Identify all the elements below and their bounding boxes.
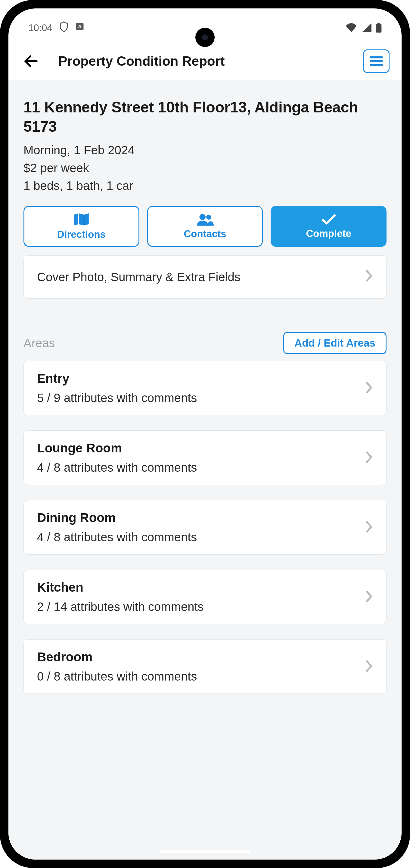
area-list: Entry 5 / 9 attributes with comments Lou…: [24, 361, 386, 694]
area-name: Entry: [37, 371, 197, 386]
back-button[interactable]: [21, 51, 41, 72]
page-title: Property Condition Report: [58, 54, 225, 69]
areas-header: Areas Add / Edit Areas: [24, 332, 386, 354]
arrow-left-icon: [23, 53, 39, 70]
directions-button[interactable]: Directions: [24, 206, 139, 247]
camera-cutout: [195, 28, 215, 47]
status-right: [346, 23, 382, 33]
svg-rect-3: [377, 23, 380, 24]
area-subtitle: 2 / 14 attributes with comments: [37, 600, 204, 614]
device-screen: 10:04 A: [8, 8, 402, 860]
menu-button[interactable]: [363, 50, 389, 73]
shield-icon: [59, 21, 69, 34]
svg-rect-4: [370, 56, 383, 58]
home-indicator: [160, 850, 250, 853]
areas-section-label: Areas: [24, 336, 55, 350]
chevron-right-icon: [365, 521, 373, 534]
keyboard-icon: A: [75, 22, 84, 33]
svg-text:A: A: [78, 24, 81, 29]
device-frame: 10:04 A: [0, 0, 410, 868]
svg-rect-6: [370, 64, 383, 66]
area-item-lounge[interactable]: Lounge Room 4 / 8 attributes with commen…: [24, 430, 386, 485]
hamburger-icon: [369, 55, 383, 67]
property-features: 1 beds, 1 bath, 1 car: [24, 179, 386, 193]
status-time: 10:04: [28, 22, 53, 33]
area-item-bedroom[interactable]: Bedroom 0 / 8 attributes with comments: [24, 639, 386, 694]
property-schedule: Morning, 1 Feb 2024: [24, 144, 386, 157]
complete-button[interactable]: Complete: [271, 206, 386, 247]
area-name: Dining Room: [37, 510, 197, 525]
area-item-kitchen[interactable]: Kitchen 2 / 14 attributes with comments: [24, 569, 386, 624]
chevron-right-icon: [365, 590, 373, 604]
contacts-label: Contacts: [184, 228, 226, 240]
svg-rect-2: [376, 24, 382, 33]
add-edit-areas-button[interactable]: Add / Edit Areas: [283, 332, 386, 354]
area-item-dining[interactable]: Dining Room 4 / 8 attributes with commen…: [24, 500, 386, 555]
chevron-right-icon: [365, 270, 373, 284]
property-address: 11 Kennedy Street 10th Floor13, Aldinga …: [24, 98, 386, 136]
area-subtitle: 4 / 8 attributes with comments: [37, 461, 197, 474]
svg-point-7: [199, 214, 206, 220]
complete-label: Complete: [306, 228, 351, 239]
cover-summary-row[interactable]: Cover Photo, Summary & Extra Fields: [24, 255, 386, 299]
chevron-right-icon: [365, 451, 373, 464]
contacts-button[interactable]: Contacts: [147, 206, 263, 247]
cover-summary-label: Cover Photo, Summary & Extra Fields: [37, 270, 241, 284]
property-price: $2 per week: [24, 161, 386, 175]
status-left: 10:04 A: [28, 21, 84, 34]
signal-icon: [361, 23, 372, 32]
svg-point-8: [206, 215, 211, 220]
area-subtitle: 0 / 8 attributes with comments: [37, 670, 197, 683]
svg-rect-5: [370, 60, 383, 62]
area-subtitle: 5 / 9 attributes with comments: [37, 391, 197, 405]
area-name: Bedroom: [37, 650, 197, 664]
chevron-right-icon: [365, 381, 373, 395]
wifi-icon: [346, 23, 357, 32]
content: 11 Kennedy Street 10th Floor13, Aldinga …: [8, 81, 402, 860]
area-name: Kitchen: [37, 580, 204, 595]
area-subtitle: 4 / 8 attributes with comments: [37, 530, 197, 544]
chevron-right-icon: [365, 660, 373, 673]
area-item-entry[interactable]: Entry 5 / 9 attributes with comments: [24, 361, 386, 415]
area-name: Lounge Room: [37, 441, 197, 456]
directions-label: Directions: [57, 229, 106, 240]
app-bar: Property Condition Report: [8, 41, 402, 81]
action-row: Directions Contacts Complete: [24, 206, 386, 247]
battery-icon: [376, 23, 382, 33]
check-icon: [320, 213, 337, 225]
people-icon: [196, 213, 214, 226]
map-icon: [73, 213, 90, 226]
